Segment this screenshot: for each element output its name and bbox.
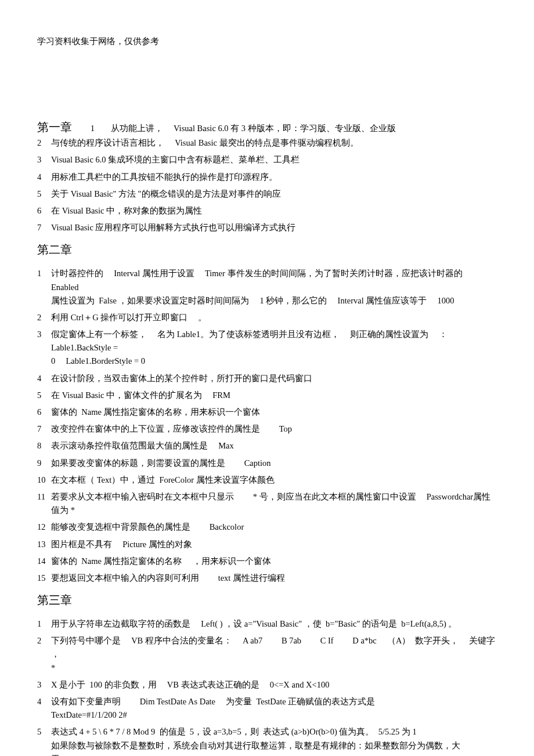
item-number: 6 — [37, 406, 51, 419]
item-number: 3 — [37, 153, 51, 167]
chapter-2-item-5: 5 在 Visual Basic 中，窗体文件的扩展名为 FRM — [37, 389, 497, 402]
chapter-3-item-5: 5 表达式 4 + 5 \ 6 * 7 / 8 Mod 9 的值是 5，设 a=… — [37, 725, 497, 756]
chapter-1-item-2: 2 与传统的程序设计语言相比， Visual Basic 最突出的特点是事件驱动… — [37, 136, 497, 150]
item-text: 要想返回文本框中输入的内容则可利用 text 属性进行编程 — [51, 571, 497, 585]
item-text: 利用 Ctrl＋G 操作可以打开立即窗口 。 — [51, 311, 497, 324]
chapter-1-item-1-inline: 1从功能上讲， Visual Basic 6.0 有 3 种版本，即：学习版、专… — [74, 124, 396, 133]
chapter-2-item-11: 11 若要求从文本框中输入密码时在文本框中只显示 * 号，则应当在此文本框的属性… — [37, 490, 497, 517]
chapter-3-title: 第三章 — [37, 591, 497, 609]
item-number: 4 — [37, 372, 51, 385]
chapter-2-item-13: 13 图片框是不具有 Picture 属性的对象 — [37, 538, 497, 551]
chapter-2-item-8: 8 表示滚动条控件取值范围最大值的属性是 Max — [37, 439, 497, 453]
chapter-2-title: 第二章 — [37, 240, 497, 259]
chapter-3-item-1: 1 用于从字符串左边截取字符的函数是 Left( ) ，设 a="Visual … — [37, 617, 497, 631]
item-number: 7 — [37, 422, 51, 436]
document-page: 学习资料收集于网络，仅供参考 第一章 1从功能上讲， Visual Basic … — [0, 0, 534, 756]
item-text: Visual Basic 应用程序可以用解释方式执行也可以用编译方式执行 — [51, 221, 497, 234]
item-text: 如果要改变窗体的标题，则需要设置的属性是 Caption — [51, 457, 497, 470]
item-text: 关于 Visual Basic" 方法 "的概念错误的是方法是对事件的响应 — [51, 187, 497, 201]
item-text: 在 Visual Basic 中，窗体文件的扩展名为 FRM — [51, 389, 497, 402]
item-text: 从功能上讲， Visual Basic 6.0 有 3 种版本，即：学习版、专业… — [111, 124, 396, 133]
item-number: 8 — [37, 439, 51, 453]
chapter-1-item-5: 5 关于 Visual Basic" 方法 "的概念错误的是方法是对事件的响应 — [37, 187, 497, 201]
chapter-1-item-3: 3 Visual Basic 6.0 集成环境的主窗口中含有标题栏、菜单栏、工具… — [37, 153, 497, 167]
chapter-3-item-4: 4 设有如下变量声明 Dim TestDate As Date 为变量 Test… — [37, 695, 497, 722]
item-text: 表示滚动条控件取值范围最大值的属性是 Max — [51, 439, 497, 453]
item-text: 窗体的 Name 属性指定窗体的名称 ，用来标识一个窗体 — [51, 555, 497, 568]
item-text: 改变控件在窗体中的上下位置，应修改该控件的属性是 Top — [51, 422, 497, 436]
chapter-1-item-7: 7 Visual Basic 应用程序可以用解释方式执行也可以用编译方式执行 — [37, 221, 497, 234]
item-number: 5 — [37, 725, 51, 756]
header-note: 学习资料收集于网络，仅供参考 — [37, 35, 497, 48]
chapter-2-item-3: 3 假定窗体上有一个标签， 名为 Lable1。为了使该标签透明并且没有边框， … — [37, 328, 497, 368]
item-text: 用标准工具栏中的工具按钮不能执行的操作是打印源程序。 — [51, 171, 497, 184]
chapter-2-item-7: 7 改变控件在窗体中的上下位置，应修改该控件的属性是 Top — [37, 422, 497, 436]
item-number: 4 — [37, 695, 51, 722]
item-number: 6 — [37, 204, 51, 218]
chapter-2-item-9: 9 如果要改变窗体的标题，则需要设置的属性是 Caption — [37, 457, 497, 470]
item-number: 3 — [37, 678, 51, 692]
item-text: 表达式 4 + 5 \ 6 * 7 / 8 Mod 9 的值是 5，设 a=3,… — [51, 725, 497, 756]
item-text: 与传统的程序设计语言相比， Visual Basic 最突出的特点是事件驱动编程… — [51, 136, 497, 150]
item-text: 在 Visual Basic 中，称对象的数据为属性 — [51, 204, 497, 218]
item-text: 若要求从文本框中输入密码时在文本框中只显示 * 号，则应当在此文本框的属性窗口中… — [51, 490, 497, 517]
chapter-2-item-15: 15 要想返回文本框中输入的内容则可利用 text 属性进行编程 — [37, 571, 497, 585]
item-number: 7 — [37, 221, 51, 234]
item-number: 2 — [37, 634, 51, 675]
chapter-3-item-2: 2 下列符号中哪个是 VB 程序中合法的变量名： A ab7 B 7ab C I… — [37, 634, 497, 675]
item-text: 用于从字符串左边截取字符的函数是 Left( ) ，设 a="Visual Ba… — [51, 617, 497, 631]
chapter-2-item-10: 10 在文本框（ Text）中，通过 ForeColor 属性来设置字体颜色 — [37, 473, 497, 487]
item-number: 2 — [37, 136, 51, 150]
item-text: 窗体的 Name 属性指定窗体的名称，用来标识一个窗体 — [51, 406, 497, 419]
item-number: 2 — [37, 311, 51, 324]
chapter-1-item-4: 4 用标准工具栏中的工具按钮不能执行的操作是打印源程序。 — [37, 171, 497, 184]
chapter-1-item-6: 6 在 Visual Basic 中，称对象的数据为属性 — [37, 204, 497, 218]
item-number: 4 — [37, 171, 51, 184]
item-text: 在文本框（ Text）中，通过 ForeColor 属性来设置字体颜色 — [51, 473, 497, 487]
item-number: 11 — [37, 490, 51, 517]
chapter-2-item-1: 1 计时器控件的 Interval 属性用于设置 Timer 事件发生的时间间隔… — [37, 267, 497, 308]
chapter-3-item-3: 3 X 是小于 100 的非负数，用 VB 表达式表达正确的是 0<=X and… — [37, 678, 497, 692]
item-text: 下列符号中哪个是 VB 程序中合法的变量名： A ab7 B 7ab C If … — [51, 634, 497, 675]
item-text: 在设计阶段，当双击窗体上的某个控件时，所打开的窗口是代码窗口 — [51, 372, 497, 385]
item-number: 9 — [37, 457, 51, 470]
item-number: 12 — [37, 520, 51, 534]
item-number: 5 — [37, 187, 51, 201]
item-text: 图片框是不具有 Picture 属性的对象 — [51, 538, 497, 551]
item-text: 计时器控件的 Interval 属性用于设置 Timer 事件发生的时间间隔，为… — [51, 267, 497, 308]
chapter-2-item-12: 12 能够改变复选框中背景颜色的属性是 Backcolor — [37, 520, 497, 534]
item-text: Visual Basic 6.0 集成环境的主窗口中含有标题栏、菜单栏、工具栏 — [51, 153, 497, 167]
item-number: 14 — [37, 555, 51, 568]
item-number: 5 — [37, 389, 51, 402]
item-number: 3 — [37, 328, 51, 368]
chapter-2-item-14: 14 窗体的 Name 属性指定窗体的名称 ，用来标识一个窗体 — [37, 555, 497, 568]
item-number: 10 — [37, 473, 51, 487]
chapter-1-title: 第一章 — [37, 121, 72, 133]
item-number: 1 — [37, 267, 51, 308]
chapter-2-item-6: 6 窗体的 Name 属性指定窗体的名称，用来标识一个窗体 — [37, 406, 497, 419]
item-number: 1 — [37, 617, 51, 631]
chapter-2-item-2: 2 利用 Ctrl＋G 操作可以打开立即窗口 。 — [37, 311, 497, 324]
item-text: 能够改变复选框中背景颜色的属性是 Backcolor — [51, 520, 497, 534]
chapter-1: 第一章 1从功能上讲， Visual Basic 6.0 有 3 种版本，即：学… — [37, 118, 497, 136]
item-text: 假定窗体上有一个标签， 名为 Lable1。为了使该标签透明并且没有边框， 则正… — [51, 328, 497, 368]
item-number: 15 — [37, 571, 51, 585]
item-number: 13 — [37, 538, 51, 551]
item-text: 设有如下变量声明 Dim TestDate As Date 为变量 TestDa… — [51, 695, 497, 722]
item-text: X 是小于 100 的非负数，用 VB 表达式表达正确的是 0<=X and X… — [51, 678, 497, 692]
chapter-2-item-4: 4 在设计阶段，当双击窗体上的某个控件时，所打开的窗口是代码窗口 — [37, 372, 497, 385]
